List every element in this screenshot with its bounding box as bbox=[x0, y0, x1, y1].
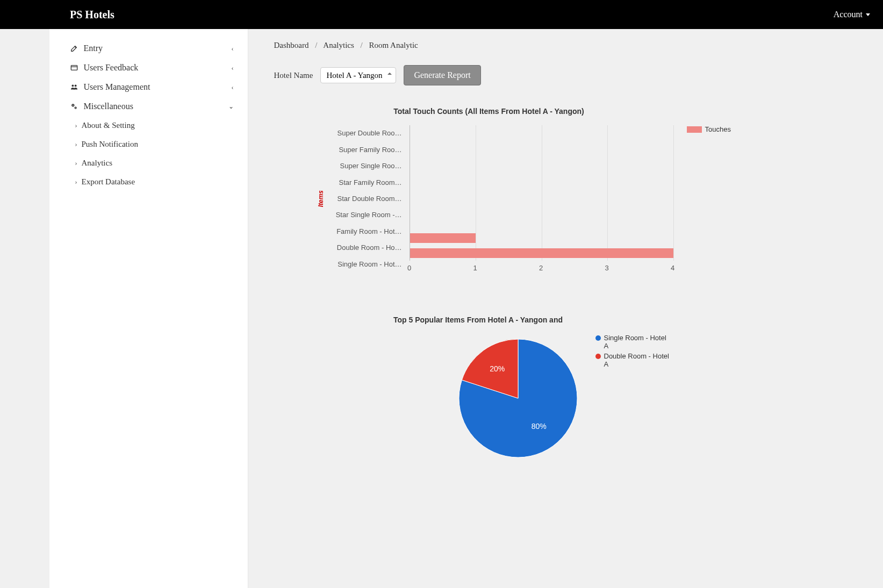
chevron-left-icon: ‹ bbox=[232, 64, 234, 72]
caret-down-icon bbox=[866, 13, 870, 16]
pie-chart-title: Top 5 Popular Items From Hotel A - Yango… bbox=[274, 315, 683, 324]
nav-entry[interactable]: Entry ‹ bbox=[49, 39, 248, 58]
account-label: Account bbox=[834, 10, 863, 19]
main-content: Dashboard / Analytics / Room Analytic Ho… bbox=[248, 29, 872, 588]
bar-chart: Total Touch Counts (All Items From Hotel… bbox=[274, 107, 850, 273]
svg-point-3 bbox=[74, 84, 76, 87]
bar bbox=[410, 233, 476, 243]
nav-about-setting-label: About & Setting bbox=[82, 121, 135, 130]
hotel-select[interactable]: Hotel A - Yangon bbox=[320, 67, 396, 83]
legend-swatch bbox=[687, 126, 702, 133]
svg-text:80%: 80% bbox=[531, 422, 546, 431]
edit-icon bbox=[70, 45, 78, 52]
gears-icon bbox=[70, 103, 78, 110]
nav-about-setting[interactable]: › About & Setting bbox=[49, 116, 248, 135]
breadcrumb-analytics[interactable]: Analytics bbox=[323, 41, 354, 49]
top-bar: PS Hotels Account bbox=[0, 0, 883, 29]
breadcrumb-separator: / bbox=[361, 41, 363, 49]
nav-export-database-label: Export Database bbox=[82, 177, 135, 187]
bar-chart-categories: Super Double Roo…Super Family Roo…Super … bbox=[332, 125, 402, 273]
filter-label: Hotel Name bbox=[274, 71, 313, 80]
nav-entry-label: Entry bbox=[84, 44, 103, 53]
bar-chart-plot bbox=[410, 125, 673, 261]
account-menu[interactable]: Account bbox=[834, 10, 870, 19]
chevron-right-icon: › bbox=[75, 140, 77, 148]
bar-chart-legend: Touches bbox=[687, 125, 731, 273]
chevron-right-icon: › bbox=[75, 178, 77, 186]
pie-chart-plot: 80%20% bbox=[454, 334, 583, 463]
nav-users-feedback-label: Users Feedback bbox=[84, 63, 139, 73]
nav-miscellaneous-label: Miscellaneous bbox=[84, 102, 133, 111]
nav-push-notification[interactable]: › Push Notification bbox=[49, 135, 248, 154]
bar bbox=[410, 248, 673, 258]
generate-report-button[interactable]: Generate Report bbox=[404, 65, 480, 85]
users-icon bbox=[70, 83, 78, 91]
breadcrumb-separator: / bbox=[315, 41, 317, 49]
chevron-down-icon: ⌄ bbox=[228, 103, 234, 111]
sidebar: Entry ‹ Users Feedback ‹ Users Managemen… bbox=[49, 29, 248, 588]
bar-chart-y-axis-label: Items bbox=[317, 190, 325, 207]
nav-users-management[interactable]: Users Management ‹ bbox=[49, 77, 248, 97]
pie-chart-legend: Single Room - Hotel ADouble Room - Hotel… bbox=[595, 334, 671, 463]
card-icon bbox=[70, 64, 78, 71]
bar-chart-x-axis: 01234 bbox=[410, 264, 673, 273]
nav-analytics-label: Analytics bbox=[82, 159, 113, 168]
bar-chart-title: Total Touch Counts (All Items From Hotel… bbox=[317, 107, 661, 116]
chevron-right-icon: › bbox=[75, 121, 77, 130]
nav-analytics[interactable]: › Analytics bbox=[49, 154, 248, 173]
svg-point-6 bbox=[72, 105, 73, 106]
nav-users-feedback[interactable]: Users Feedback ‹ bbox=[49, 58, 248, 77]
breadcrumb-dashboard[interactable]: Dashboard bbox=[274, 41, 309, 49]
chevron-left-icon: ‹ bbox=[232, 83, 234, 91]
chevron-left-icon: ‹ bbox=[232, 45, 234, 53]
svg-text:20%: 20% bbox=[490, 364, 505, 373]
nav-miscellaneous[interactable]: Miscellaneous ⌄ bbox=[49, 97, 248, 116]
breadcrumb: Dashboard / Analytics / Room Analytic bbox=[274, 41, 850, 50]
chevron-right-icon: › bbox=[75, 159, 77, 167]
filter-row: Hotel Name Hotel A - Yangon Generate Rep… bbox=[274, 65, 850, 85]
brand-title[interactable]: PS Hotels bbox=[70, 9, 114, 21]
hotel-select-wrap: Hotel A - Yangon bbox=[320, 67, 396, 83]
pie-chart: Top 5 Popular Items From Hotel A - Yango… bbox=[274, 315, 850, 463]
nav-export-database[interactable]: › Export Database bbox=[49, 173, 248, 191]
svg-point-2 bbox=[71, 84, 74, 87]
svg-point-7 bbox=[75, 107, 75, 108]
nav-users-management-label: Users Management bbox=[84, 82, 150, 92]
svg-rect-0 bbox=[71, 66, 77, 70]
nav-push-notification-label: Push Notification bbox=[82, 140, 138, 149]
bar-chart-legend-label: Touches bbox=[705, 125, 731, 133]
breadcrumb-current: Room Analytic bbox=[369, 41, 418, 49]
